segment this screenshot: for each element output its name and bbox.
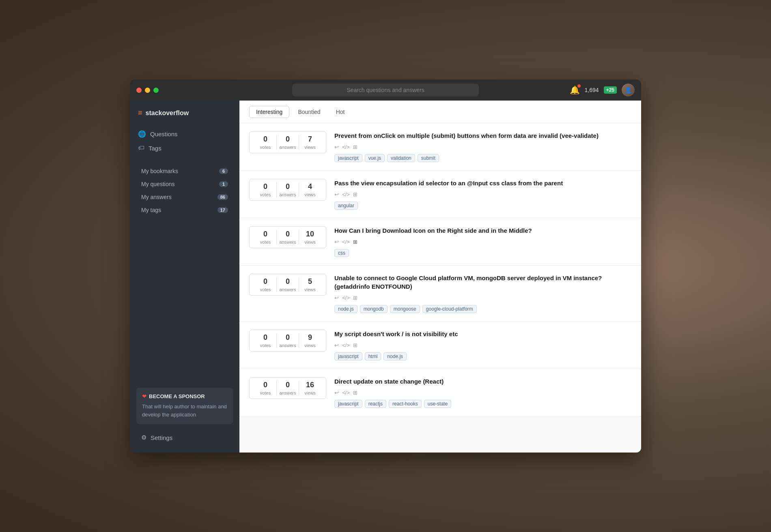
answers-stat: 0 answers <box>278 135 298 150</box>
user-avatar[interactable]: 👤 <box>622 84 635 97</box>
img-meta-icon[interactable]: ⊞ <box>353 342 358 348</box>
tag[interactable]: javascript <box>334 154 362 162</box>
img-meta-icon[interactable]: ⊞ <box>353 295 358 301</box>
sponsor-title: ❤ BECOME A SPONSOR <box>142 393 227 399</box>
search-input[interactable] <box>292 84 479 97</box>
link-meta-icon[interactable]: ↩ <box>334 342 339 348</box>
stats-box: 0 votes 0 answers 7 views <box>249 131 326 153</box>
question-meta: ↩ </> ⊞ <box>334 295 631 301</box>
tag[interactable]: react-hooks <box>389 400 422 408</box>
maximize-button[interactable] <box>153 88 159 93</box>
minimize-button[interactable] <box>145 88 150 93</box>
sidebar-link-my-answers[interactable]: My answers 86 <box>136 191 233 204</box>
bookmarks-label: My bookmarks <box>141 168 178 174</box>
sidebar-link-my-questions[interactable]: My questions 1 <box>136 178 233 191</box>
code-meta-icon[interactable]: </> <box>342 191 350 197</box>
app-body: ≡ stackoverflow 🌐 Questions 🏷 Tags My bo… <box>130 101 641 453</box>
sidebar-item-questions[interactable]: 🌐 Questions <box>133 127 236 141</box>
tag[interactable]: validation <box>387 154 415 162</box>
sidebar-link-bookmarks[interactable]: My bookmarks 6 <box>136 165 233 178</box>
logo-text: stackoverflow <box>146 109 189 117</box>
tag[interactable]: javascript <box>334 352 362 360</box>
votes-stat: 0 votes <box>255 135 276 150</box>
tag[interactable]: mongoose <box>390 305 420 313</box>
link-meta-icon[interactable]: ↩ <box>334 295 339 301</box>
question-tags: node.js mongodb mongoose google-cloud-pl… <box>334 305 631 313</box>
tag[interactable]: google-cloud-platform <box>422 305 477 313</box>
sidebar-item-questions-label: Questions <box>150 131 178 137</box>
my-answers-label: My answers <box>141 194 172 200</box>
stats-box: 0 votes 0 answers 9 views <box>249 330 326 352</box>
question-title[interactable]: Prevent from onClick on multiple (submit… <box>334 131 631 140</box>
tag[interactable]: html <box>365 352 381 360</box>
question-meta: ↩ </> ⊞ <box>334 191 631 197</box>
tag[interactable]: vue.js <box>365 154 385 162</box>
question-body: My script doesn't work / is not visibili… <box>334 330 631 360</box>
views-stat: 7 views <box>300 135 320 150</box>
tag[interactable]: mongodb <box>360 305 388 313</box>
bookmarks-badge: 6 <box>219 168 228 174</box>
question-item: 0 votes 0 answers 9 views <box>239 322 641 369</box>
question-body: Pass the view encapsulation id selector … <box>334 179 631 210</box>
tag[interactable]: angular <box>334 202 358 210</box>
tag[interactable]: use-state <box>424 400 451 408</box>
sidebar-links: My bookmarks 6 My questions 1 My answers… <box>130 165 239 217</box>
notification-icon[interactable]: 🔔 <box>570 85 580 95</box>
tab-hot[interactable]: Hot <box>329 106 352 118</box>
globe-icon: 🌐 <box>138 130 146 138</box>
question-title[interactable]: How Can I bring Download Icon on the Rig… <box>334 226 631 235</box>
img-meta-icon[interactable]: ⊞ <box>353 239 358 245</box>
img-meta-icon[interactable]: ⊞ <box>353 144 358 150</box>
sidebar-item-tags[interactable]: 🏷 Tags <box>133 141 236 155</box>
app-window: 🔔 1,694 +25 👤 ≡ stackoverflow 🌐 Question… <box>130 79 641 453</box>
close-button[interactable] <box>136 88 142 93</box>
question-item: 0 votes 0 answers 5 views <box>239 266 641 322</box>
code-meta-icon[interactable]: </> <box>342 239 350 245</box>
sidebar-settings[interactable]: ⚙ Settings <box>130 431 239 444</box>
tag[interactable]: reactjs <box>365 400 386 408</box>
tag[interactable]: submit <box>418 154 439 162</box>
tab-interesting[interactable]: Interesting <box>249 106 289 118</box>
code-meta-icon[interactable]: </> <box>342 144 350 150</box>
link-meta-icon[interactable]: ↩ <box>334 390 339 396</box>
titlebar: 🔔 1,694 +25 👤 <box>130 79 641 101</box>
question-title[interactable]: Direct update on state change (React) <box>334 377 631 386</box>
sidebar-logo[interactable]: ≡ stackoverflow <box>130 109 239 127</box>
search-bar[interactable] <box>292 84 479 97</box>
reputation-badge: +25 <box>604 86 617 94</box>
question-title[interactable]: My script doesn't work / is not visibili… <box>334 330 631 338</box>
question-title[interactable]: Pass the view encapsulation id selector … <box>334 179 631 187</box>
stats-box: 0 votes 0 answers 4 views <box>249 179 326 201</box>
question-title[interactable]: Unable to connect to Google Cloud platfo… <box>334 274 631 291</box>
question-body: Unable to connect to Google Cloud platfo… <box>334 274 631 313</box>
code-meta-icon[interactable]: </> <box>342 390 350 396</box>
question-item: 0 votes 0 answers 4 views <box>239 171 641 218</box>
question-body: Direct update on state change (React) ↩ … <box>334 377 631 408</box>
question-body: Prevent from onClick on multiple (submit… <box>334 131 631 162</box>
sidebar-nav: 🌐 Questions 🏷 Tags <box>130 127 239 155</box>
sponsor-box[interactable]: ❤ BECOME A SPONSOR That will help author… <box>136 388 233 424</box>
tag[interactable]: node.js <box>334 305 358 313</box>
link-meta-icon[interactable]: ↩ <box>334 239 339 245</box>
reputation-count: 1,694 <box>585 87 599 93</box>
tag[interactable]: javascript <box>334 400 362 408</box>
code-meta-icon[interactable]: </> <box>342 342 350 348</box>
sidebar: ≡ stackoverflow 🌐 Questions 🏷 Tags My bo… <box>130 101 239 453</box>
traffic-lights <box>136 88 159 93</box>
questions-list: 0 votes 0 answers 7 views <box>239 123 641 416</box>
code-meta-icon[interactable]: </> <box>342 295 350 301</box>
titlebar-right: 🔔 1,694 +25 👤 <box>570 84 635 97</box>
question-tags: javascript reactjs react-hooks use-state <box>334 400 631 408</box>
link-meta-icon[interactable]: ↩ <box>334 191 339 197</box>
sidebar-link-my-tags[interactable]: My tags 17 <box>136 204 233 217</box>
question-tags: javascript html node.js <box>334 352 631 360</box>
stats-box: 0 votes 0 answers 16 views <box>249 377 326 399</box>
tag[interactable]: node.js <box>383 352 407 360</box>
heart-icon: ❤ <box>142 393 146 399</box>
img-meta-icon[interactable]: ⊞ <box>353 191 358 197</box>
tab-bountied[interactable]: Bountied <box>291 106 327 118</box>
img-meta-icon[interactable]: ⊞ <box>353 390 358 396</box>
link-meta-icon[interactable]: ↩ <box>334 144 339 150</box>
sidebar-item-tags-label: Tags <box>149 145 162 152</box>
tag[interactable]: css <box>334 249 349 257</box>
